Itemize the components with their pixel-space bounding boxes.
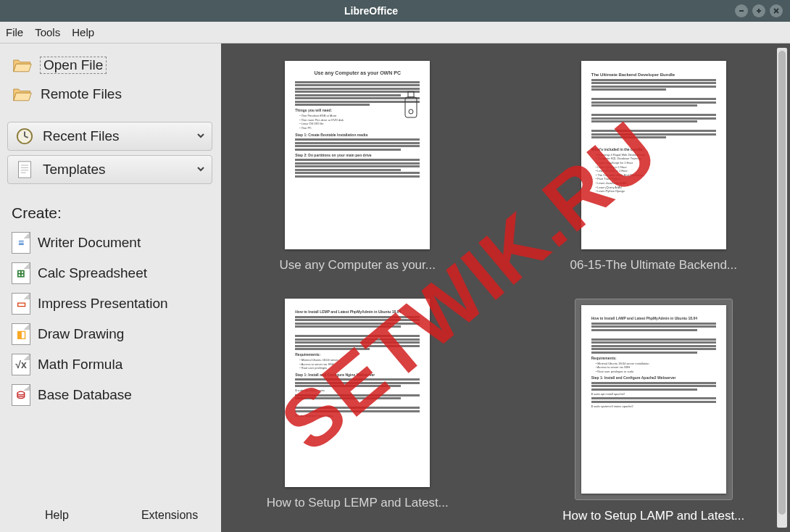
open-file-label: Open File — [41, 57, 106, 73]
svg-rect-14 — [405, 97, 417, 117]
remote-files-label: Remote Files — [41, 86, 122, 102]
scroll-thumb[interactable] — [778, 51, 786, 515]
folder-open-icon — [12, 55, 33, 75]
footer-links: Help Extensions — [7, 503, 212, 525]
clock-icon — [14, 127, 36, 146]
chevron-down-icon — [196, 162, 206, 178]
recent-files-label: Recent Files — [43, 128, 120, 144]
create-label: Create: — [7, 201, 212, 228]
svg-rect-13 — [408, 91, 414, 97]
templates-label: Templates — [43, 162, 106, 178]
window-title: LibreOffice — [7, 5, 735, 17]
svg-point-15 — [409, 109, 413, 114]
extensions-link[interactable]: Extensions — [112, 509, 198, 522]
create-math-button[interactable]: √x Math Formula — [7, 349, 212, 380]
doc-thumbnail: Use any Computer as your OWN PC Things y… — [285, 61, 430, 249]
recent-doc-card[interactable]: Use any Computer as your OWN PC Things y… — [253, 61, 462, 273]
menu-file[interactable]: File — [6, 26, 23, 38]
writer-label: Writer Document — [38, 235, 141, 251]
chevron-down-icon — [196, 128, 206, 144]
templates-dropdown[interactable]: Templates — [7, 155, 212, 184]
impress-icon: ▭ — [12, 293, 30, 315]
menu-help[interactable]: Help — [72, 26, 94, 38]
doc-thumbnail: How to Install LAMP and Latest PhpMyAdmi… — [581, 305, 726, 494]
recent-files-dropdown[interactable]: Recent Files — [7, 122, 212, 151]
recent-doc-card[interactable]: The Ultimate Backend Developer Bundle Wh… — [549, 61, 759, 273]
recent-doc-card[interactable]: How to Install LAMP and Latest PhpMyAdmi… — [549, 299, 759, 523]
doc-label: 06-15-The Ultimate Backend... — [570, 258, 737, 273]
impress-label: Impress Presentation — [38, 296, 168, 312]
recent-doc-card[interactable]: How to Install LEMP and Latest PhpMyAdmi… — [253, 299, 462, 523]
base-icon: ⛁ — [12, 384, 30, 406]
maximize-button[interactable] — [752, 4, 765, 17]
calc-icon: ⊞ — [12, 262, 30, 284]
create-impress-button[interactable]: ▭ Impress Presentation — [7, 288, 212, 319]
menubar: File Tools Help — [0, 22, 790, 43]
minimize-button[interactable] — [735, 4, 748, 17]
math-icon: √x — [12, 354, 30, 375]
doc-label: Use any Computer as your... — [280, 258, 436, 273]
sidebar: Open File Remote Files Recent Files Temp… — [0, 43, 221, 532]
recent-documents-area: SETWIK.RU Use any Computer as your OWN P… — [221, 43, 790, 532]
remote-files-button[interactable]: Remote Files — [7, 80, 212, 109]
create-draw-button[interactable]: ◧ Draw Drawing — [7, 319, 212, 349]
calc-label: Calc Spreadsheet — [38, 265, 147, 281]
window-controls — [735, 4, 783, 17]
scrollbar[interactable] — [777, 48, 787, 528]
close-button[interactable] — [770, 4, 783, 17]
doc-thumbnail: The Ultimate Backend Developer Bundle Wh… — [581, 61, 726, 249]
create-base-button[interactable]: ⛁ Base Database — [7, 380, 212, 410]
draw-icon: ◧ — [12, 323, 30, 345]
titlebar: LibreOffice — [0, 0, 790, 22]
doc-thumbnail: How to Install LEMP and Latest PhpMyAdmi… — [285, 299, 430, 487]
doc-label: How to Setup LEMP and Latest... — [267, 496, 449, 510]
writer-icon: ≡ — [12, 232, 30, 254]
open-file-button[interactable]: Open File — [7, 51, 212, 80]
draw-label: Draw Drawing — [38, 326, 124, 342]
base-label: Base Database — [38, 387, 132, 403]
menu-tools[interactable]: Tools — [35, 26, 60, 38]
svg-rect-8 — [18, 162, 30, 178]
create-writer-button[interactable]: ≡ Writer Document — [7, 228, 212, 258]
math-label: Math Formula — [38, 357, 122, 373]
doc-label: How to Setup LAMP and Latest... — [562, 509, 744, 523]
create-calc-button[interactable]: ⊞ Calc Spreadsheet — [7, 258, 212, 288]
template-icon — [14, 160, 36, 179]
folder-remote-icon — [12, 84, 33, 104]
help-link[interactable]: Help — [16, 509, 69, 522]
